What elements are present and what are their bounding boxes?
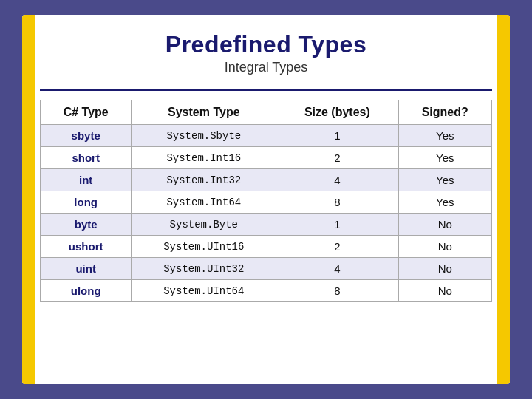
col-header-csharp: C# Type (41, 100, 132, 125)
accent-bar-left (22, 15, 35, 384)
table-cell: ushort (41, 236, 132, 258)
table-cell: Yes (398, 191, 492, 214)
slide-content: Predefined Types Integral Types C# Type … (40, 15, 492, 384)
header-divider (40, 89, 492, 91)
table-cell: System.Int16 (132, 147, 276, 169)
table-cell: int (41, 169, 132, 191)
table-cell: 1 (276, 214, 398, 236)
slide-title: Predefined Types (40, 31, 492, 58)
slide-header: Predefined Types Integral Types (40, 15, 492, 83)
table-cell: long (41, 191, 132, 214)
table-header-row: C# Type System Type Size (bytes) Signed? (41, 100, 492, 125)
slide: Predefined Types Integral Types C# Type … (22, 15, 510, 384)
table-row: longSystem.Int648Yes (41, 191, 492, 214)
table-cell: 8 (276, 280, 398, 302)
table-cell: sbyte (41, 125, 132, 147)
table-cell: System.Byte (132, 214, 276, 236)
table-cell: System.UInt32 (132, 258, 276, 280)
table-row: ushortSystem.UInt162No (41, 236, 492, 258)
table-row: byteSystem.Byte1No (41, 214, 492, 236)
col-header-size: Size (bytes) (276, 100, 398, 125)
table-cell: No (398, 258, 492, 280)
table-row: intSystem.Int324Yes (41, 169, 492, 191)
col-header-system: System Type (132, 100, 276, 125)
table-row: shortSystem.Int162Yes (41, 147, 492, 169)
table-row: sbyteSystem.Sbyte1Yes (41, 125, 492, 147)
types-table: C# Type System Type Size (bytes) Signed?… (40, 100, 492, 302)
table-cell: short (41, 147, 132, 169)
table-cell: 2 (276, 236, 398, 258)
table-cell: System.Sbyte (132, 125, 276, 147)
table-cell: Yes (398, 125, 492, 147)
table-cell: 8 (276, 191, 398, 214)
table-cell: System.UInt64 (132, 280, 276, 302)
table-body: sbyteSystem.Sbyte1YesshortSystem.Int162Y… (41, 125, 492, 302)
table-cell: System.UInt16 (132, 236, 276, 258)
table-cell: No (398, 236, 492, 258)
table-cell: Yes (398, 169, 492, 191)
table-row: uintSystem.UInt324No (41, 258, 492, 280)
table-cell: System.Int64 (132, 191, 276, 214)
table-cell: 4 (276, 169, 398, 191)
table-row: ulongSystem.UInt648No (41, 280, 492, 302)
table-cell: Yes (398, 147, 492, 169)
table-cell: 4 (276, 258, 398, 280)
table-cell: uint (41, 258, 132, 280)
table-cell: No (398, 280, 492, 302)
col-header-signed: Signed? (398, 100, 492, 125)
slide-subtitle: Integral Types (40, 60, 492, 75)
table-cell: ulong (41, 280, 132, 302)
table-cell: 1 (276, 125, 398, 147)
table-cell: No (398, 214, 492, 236)
table-cell: 2 (276, 147, 398, 169)
accent-bar-right (497, 15, 510, 384)
table-cell: byte (41, 214, 132, 236)
table-cell: System.Int32 (132, 169, 276, 191)
